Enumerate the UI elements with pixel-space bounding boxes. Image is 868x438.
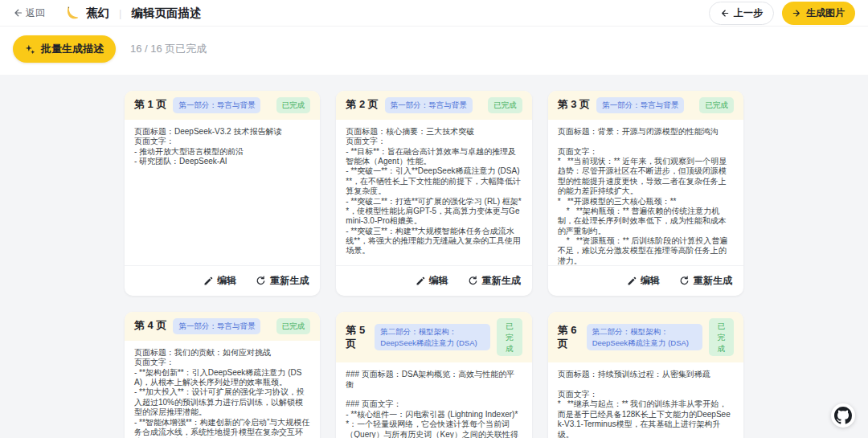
regenerate-label: 重新生成 xyxy=(270,274,309,288)
back-button[interactable]: 返回 xyxy=(13,6,45,20)
status-badge: 已完成 xyxy=(709,318,734,356)
page-description-text[interactable]: 页面标题：背景：开源与闭源模型的性能鸿沟 页面文字： * **当前现状：** 近… xyxy=(548,120,743,265)
page-number: 第 2 页 xyxy=(346,98,378,112)
page-card-2: 第 2 页 第一部分：导言与背景 已完成 页面标题：核心摘要：三大技术突破 页面… xyxy=(336,91,531,296)
page-number: 第 4 页 xyxy=(134,319,166,333)
page-number: 第 6 页 xyxy=(558,324,580,351)
card-footer: 编辑 重新生成 xyxy=(548,265,743,296)
section-badge: 第一部分：导言与背景 xyxy=(596,97,684,113)
toolbar: 批量生成描述 16 / 16 页已完成 xyxy=(0,27,868,75)
page-description-text[interactable]: 页面标题：持续预训练过程：从密集到稀疏 页面文字： * **继承与起点：** 我… xyxy=(548,362,743,438)
github-icon xyxy=(834,407,852,424)
pencil-icon xyxy=(203,276,213,286)
batch-generate-label: 批量生成描述 xyxy=(41,42,104,56)
page-card-6: 第 6 页 第二部分：模型架构：DeepSeek稀疏注意力 (DSA) 已完成 … xyxy=(548,312,743,438)
section-badge: 第二部分：模型架构：DeepSeek稀疏注意力 (DSA) xyxy=(587,324,702,351)
card-header: 第 6 页 第二部分：模型架构：DeepSeek稀疏注意力 (DSA) 已完成 xyxy=(548,312,743,362)
page-card-grid: 第 1 页 第一部分：导言与背景 已完成 页面标题：DeepSeek-V3.2 … xyxy=(125,91,743,438)
page-number: 第 5 页 xyxy=(346,324,368,351)
section-badge: 第二部分：模型架构：DeepSeek稀疏注意力 (DSA) xyxy=(375,324,490,351)
status-badge: 已完成 xyxy=(497,318,522,356)
arrow-left-icon xyxy=(13,8,23,18)
edit-button[interactable]: 编辑 xyxy=(627,274,660,288)
sparkles-icon xyxy=(25,44,35,55)
card-header: 第 1 页 第一部分：导言与背景 已完成 xyxy=(125,91,320,120)
card-header: 第 4 页 第一部分：导言与背景 已完成 xyxy=(125,312,320,341)
page-card-3: 第 3 页 第一部分：导言与背景 已完成 页面标题：背景：开源与闭源模型的性能鸿… xyxy=(548,91,743,296)
edit-label: 编辑 xyxy=(641,274,660,288)
status-badge: 已完成 xyxy=(276,318,311,334)
title-divider: | xyxy=(119,7,121,19)
status-badge: 已完成 xyxy=(276,97,311,113)
top-bar: 返回 蕉幻 | 编辑页面描述 上一步 生成图片 xyxy=(0,0,868,27)
section-badge: 第一部分：导言与背景 xyxy=(385,97,473,113)
regenerate-button[interactable]: 重新生成 xyxy=(679,274,732,288)
section-badge: 第一部分：导言与背景 xyxy=(173,318,260,334)
card-footer: 编辑 重新生成 xyxy=(125,265,320,296)
refresh-icon xyxy=(679,276,690,286)
generate-image-label: 生成图片 xyxy=(806,6,845,20)
status-badge: 已完成 xyxy=(699,97,734,113)
refresh-icon xyxy=(468,276,478,286)
page-card-5: 第 5 页 第二部分：模型架构：DeepSeek稀疏注意力 (DSA) 已完成 … xyxy=(336,312,531,438)
regenerate-button[interactable]: 重新生成 xyxy=(256,274,309,288)
regenerate-label: 重新生成 xyxy=(482,274,521,288)
card-header: 第 3 页 第一部分：导言与背景 已完成 xyxy=(548,91,743,120)
page-description-text[interactable]: 页面标题：DeepSeek-V3.2 技术报告解读 页面文字： - 推动开放大型… xyxy=(125,120,320,265)
batch-generate-button[interactable]: 批量生成描述 xyxy=(13,35,116,63)
edit-label: 编辑 xyxy=(217,274,236,288)
content-area: 第 1 页 第一部分：导言与背景 已完成 页面标题：DeepSeek-V3.2 … xyxy=(0,75,868,438)
page-number: 第 3 页 xyxy=(558,98,590,112)
status-badge: 已完成 xyxy=(488,97,522,113)
regenerate-button[interactable]: 重新生成 xyxy=(468,274,521,288)
banana-icon xyxy=(66,6,80,20)
card-footer: 编辑 重新生成 xyxy=(336,265,531,296)
prev-step-button[interactable]: 上一步 xyxy=(709,2,774,25)
card-header: 第 2 页 第一部分：导言与背景 已完成 xyxy=(336,91,531,120)
arrow-right-icon xyxy=(792,9,801,18)
page-card-4: 第 4 页 第一部分：导言与背景 已完成 页面标题：我们的贡献：如何应对挑战 页… xyxy=(125,312,320,438)
arrow-left-icon xyxy=(720,9,729,18)
edit-button[interactable]: 编辑 xyxy=(203,274,236,288)
back-label: 返回 xyxy=(26,6,45,20)
page-number: 第 1 页 xyxy=(134,98,166,112)
section-badge: 第一部分：导言与背景 xyxy=(173,97,260,113)
refresh-icon xyxy=(256,276,266,286)
app-header: 返回 蕉幻 | 编辑页面描述 上一步 生成图片 批 xyxy=(0,0,868,75)
pencil-icon xyxy=(416,276,425,286)
regenerate-label: 重新生成 xyxy=(694,274,732,288)
page-card-1: 第 1 页 第一部分：导言与背景 已完成 页面标题：DeepSeek-V3.2 … xyxy=(125,91,320,296)
app-name: 蕉幻 xyxy=(86,6,109,21)
page-description-text[interactable]: 页面标题：我们的贡献：如何应对挑战 页面文字： - **架构创新**：引入Dee… xyxy=(125,341,320,438)
page-title: 编辑页面描述 xyxy=(131,6,201,21)
page-description-text[interactable]: 页面标题：核心摘要：三大技术突破 页面文字： - **目标**：旨在融合高计算效… xyxy=(336,120,531,265)
pencil-icon xyxy=(627,276,637,286)
page-description-text[interactable]: ### 页面标题：DSA架构概览：高效与性能的平衡 ### 页面文字： - **… xyxy=(336,362,531,438)
edit-button[interactable]: 编辑 xyxy=(416,274,448,288)
card-header: 第 5 页 第二部分：模型架构：DeepSeek稀疏注意力 (DSA) 已完成 xyxy=(336,312,531,362)
app-logo: 蕉幻 xyxy=(66,6,109,21)
generate-image-button[interactable]: 生成图片 xyxy=(782,2,855,25)
prev-step-label: 上一步 xyxy=(734,6,763,20)
progress-text: 16 / 16 页已完成 xyxy=(130,42,207,56)
github-button[interactable] xyxy=(831,403,855,428)
edit-label: 编辑 xyxy=(429,274,448,288)
